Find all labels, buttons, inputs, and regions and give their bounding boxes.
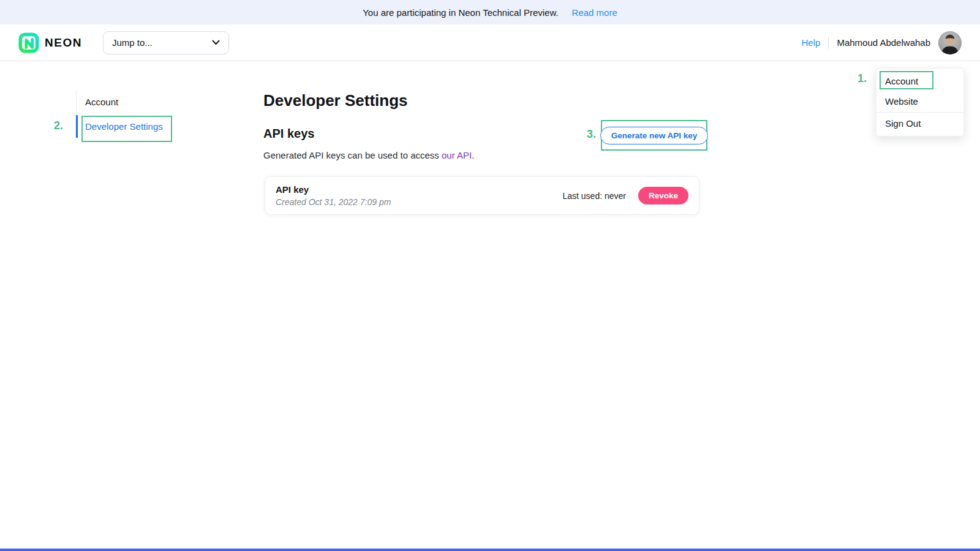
sidebar-item-developer-settings[interactable]: Developer Settings — [76, 113, 198, 140]
settings-sidebar: Account Developer Settings — [76, 91, 198, 140]
api-keys-description: Generated API keys can be used to access… — [263, 150, 474, 160]
api-key-last-used: Last used: never — [562, 191, 626, 201]
menu-item-sign-out[interactable]: Sign Out — [876, 113, 963, 133]
menu-item-website[interactable]: Website — [876, 91, 963, 111]
user-avatar[interactable] — [938, 31, 962, 54]
page-title: Developer Settings — [263, 91, 408, 110]
help-link[interactable]: Help — [802, 37, 821, 48]
header-right-group: Help Mahmoud Abdelwahab — [802, 31, 962, 54]
jump-to-label: Jump to... — [112, 37, 153, 48]
api-key-card: API key Created Oct 31, 2022 7:09 pm Las… — [265, 176, 699, 215]
api-key-name: API key — [276, 184, 391, 195]
technical-preview-banner: You are participating in Neon Technical … — [0, 0, 980, 24]
jump-to-dropdown[interactable]: Jump to... — [103, 31, 229, 54]
api-key-info: API key Created Oct 31, 2022 7:09 pm — [276, 184, 391, 207]
api-keys-section-title: API keys — [263, 127, 314, 141]
app-header: NEON Jump to... Help Mahmoud Abdelwahab — [0, 24, 980, 61]
chevron-down-icon — [212, 40, 220, 45]
sidebar-item-account[interactable]: Account — [76, 91, 198, 113]
neon-logo-icon — [18, 32, 39, 53]
menu-item-account[interactable]: Account — [876, 71, 963, 91]
description-period: . — [472, 150, 474, 160]
neon-logo[interactable]: NEON — [18, 32, 82, 53]
read-more-link[interactable]: Read more — [572, 7, 617, 18]
user-menu: Account Website Sign Out — [876, 68, 964, 137]
sidebar-item-account-label: Account — [85, 97, 118, 107]
logo-wordmark: NEON — [45, 36, 82, 50]
header-divider — [828, 37, 829, 49]
annotation-step-1: 1. — [858, 72, 867, 85]
sidebar-item-developer-settings-label: Developer Settings — [85, 121, 163, 132]
our-api-link[interactable]: our API — [442, 150, 472, 160]
annotation-step-2: 2. — [54, 119, 63, 132]
annotation-step-3: 3. — [587, 128, 596, 141]
banner-message: You are participating in Neon Technical … — [363, 7, 558, 18]
description-text: Generated API keys can be used to access — [263, 150, 442, 160]
generate-api-key-button[interactable]: Generate new API key — [600, 127, 709, 144]
api-key-created-date: Created Oct 31, 2022 7:09 pm — [276, 197, 391, 207]
menu-divider — [876, 112, 963, 113]
revoke-button[interactable]: Revoke — [638, 187, 688, 204]
user-name[interactable]: Mahmoud Abdelwahab — [837, 37, 930, 48]
window-bottom-edge — [0, 549, 980, 551]
annotation-box-3: Generate new API key — [601, 120, 707, 151]
